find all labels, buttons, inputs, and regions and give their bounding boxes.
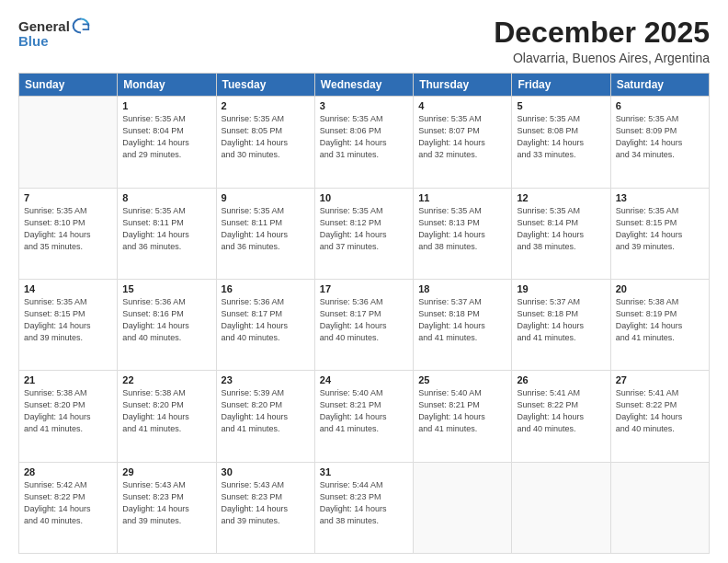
header: General Blue December 2025 Olavarria, Bu… [18,17,710,65]
day-info: Sunrise: 5:35 AM Sunset: 8:05 PM Dayligh… [222,113,310,161]
day-header-monday: Monday [118,74,216,97]
day-number: 12 [517,192,605,203]
calendar-cell: 24Sunrise: 5:40 AM Sunset: 8:21 PM Dayli… [314,371,413,462]
day-number: 3 [320,100,408,111]
calendar-cell: 29Sunrise: 5:43 AM Sunset: 8:23 PM Dayli… [118,462,216,553]
title-block: December 2025 Olavarria, Buenos Aires, A… [494,17,710,65]
calendar-cell: 3Sunrise: 5:35 AM Sunset: 8:06 PM Daylig… [314,97,413,188]
calendar-cell: 17Sunrise: 5:36 AM Sunset: 8:17 PM Dayli… [314,279,413,370]
day-info: Sunrise: 5:43 AM Sunset: 8:23 PM Dayligh… [222,479,310,527]
page-subtitle: Olavarria, Buenos Aires, Argentina [494,51,710,65]
day-number: 16 [222,283,310,294]
day-number: 5 [517,100,605,111]
week-row-4: 21Sunrise: 5:38 AM Sunset: 8:20 PM Dayli… [19,371,710,462]
day-info: Sunrise: 5:35 AM Sunset: 8:14 PM Dayligh… [517,205,605,253]
calendar-cell [512,462,610,553]
day-number: 6 [616,100,704,111]
page-title: December 2025 [494,17,710,49]
day-number: 27 [616,374,704,385]
day-number: 25 [418,374,506,385]
day-number: 26 [517,374,605,385]
calendar-cell [610,462,709,553]
day-info: Sunrise: 5:37 AM Sunset: 8:18 PM Dayligh… [517,296,605,344]
logo-icon [72,17,90,35]
calendar-cell: 7Sunrise: 5:35 AM Sunset: 8:10 PM Daylig… [19,188,118,279]
day-info: Sunrise: 5:41 AM Sunset: 8:22 PM Dayligh… [616,387,704,435]
day-info: Sunrise: 5:35 AM Sunset: 8:07 PM Dayligh… [418,113,506,161]
day-info: Sunrise: 5:40 AM Sunset: 8:21 PM Dayligh… [418,387,506,435]
calendar-cell: 10Sunrise: 5:35 AM Sunset: 8:12 PM Dayli… [314,188,413,279]
calendar-cell: 14Sunrise: 5:35 AM Sunset: 8:15 PM Dayli… [19,279,118,370]
day-info: Sunrise: 5:36 AM Sunset: 8:17 PM Dayligh… [222,296,310,344]
week-row-1: 1Sunrise: 5:35 AM Sunset: 8:04 PM Daylig… [19,97,710,188]
day-header-tuesday: Tuesday [216,74,314,97]
calendar-cell: 20Sunrise: 5:38 AM Sunset: 8:19 PM Dayli… [610,279,709,370]
day-number: 17 [320,283,408,294]
week-row-5: 28Sunrise: 5:42 AM Sunset: 8:22 PM Dayli… [19,462,710,553]
day-header-sunday: Sunday [19,74,118,97]
day-number: 31 [320,466,408,477]
calendar-cell: 21Sunrise: 5:38 AM Sunset: 8:20 PM Dayli… [19,371,118,462]
calendar-table: SundayMondayTuesdayWednesdayThursdayFrid… [18,73,710,554]
day-header-thursday: Thursday [414,74,512,97]
calendar-cell: 22Sunrise: 5:38 AM Sunset: 8:20 PM Dayli… [118,371,216,462]
day-number: 20 [616,283,704,294]
day-number: 30 [222,466,310,477]
calendar-cell: 28Sunrise: 5:42 AM Sunset: 8:22 PM Dayli… [19,462,118,553]
day-info: Sunrise: 5:35 AM Sunset: 8:09 PM Dayligh… [616,113,704,161]
day-info: Sunrise: 5:35 AM Sunset: 8:15 PM Dayligh… [24,296,112,344]
day-info: Sunrise: 5:35 AM Sunset: 8:12 PM Dayligh… [320,205,408,253]
day-info: Sunrise: 5:35 AM Sunset: 8:06 PM Dayligh… [320,113,408,161]
day-info: Sunrise: 5:36 AM Sunset: 8:16 PM Dayligh… [122,296,210,344]
day-header-wednesday: Wednesday [314,74,413,97]
page: General Blue December 2025 Olavarria, Bu… [0,0,728,563]
day-info: Sunrise: 5:38 AM Sunset: 8:19 PM Dayligh… [616,296,704,344]
calendar-cell [19,97,118,188]
day-number: 4 [418,100,506,111]
day-number: 7 [24,192,112,203]
logo-blue: Blue [18,33,49,49]
day-header-friday: Friday [512,74,610,97]
day-info: Sunrise: 5:35 AM Sunset: 8:08 PM Dayligh… [517,113,605,161]
calendar-cell: 26Sunrise: 5:41 AM Sunset: 8:22 PM Dayli… [512,371,610,462]
day-info: Sunrise: 5:35 AM Sunset: 8:11 PM Dayligh… [122,205,210,253]
calendar-cell: 25Sunrise: 5:40 AM Sunset: 8:21 PM Dayli… [414,371,512,462]
logo: General Blue [18,17,90,49]
day-number: 1 [122,100,210,111]
calendar-cell: 1Sunrise: 5:35 AM Sunset: 8:04 PM Daylig… [118,97,216,188]
day-info: Sunrise: 5:36 AM Sunset: 8:17 PM Dayligh… [320,296,408,344]
day-info: Sunrise: 5:35 AM Sunset: 8:15 PM Dayligh… [616,205,704,253]
calendar-cell: 13Sunrise: 5:35 AM Sunset: 8:15 PM Dayli… [610,188,709,279]
calendar-cell: 27Sunrise: 5:41 AM Sunset: 8:22 PM Dayli… [610,371,709,462]
calendar-cell [414,462,512,553]
day-info: Sunrise: 5:39 AM Sunset: 8:20 PM Dayligh… [222,387,310,435]
week-row-3: 14Sunrise: 5:35 AM Sunset: 8:15 PM Dayli… [19,279,710,370]
calendar-cell: 6Sunrise: 5:35 AM Sunset: 8:09 PM Daylig… [610,97,709,188]
day-number: 2 [222,100,310,111]
day-header-saturday: Saturday [610,74,709,97]
calendar-cell: 8Sunrise: 5:35 AM Sunset: 8:11 PM Daylig… [118,188,216,279]
day-info: Sunrise: 5:42 AM Sunset: 8:22 PM Dayligh… [24,479,112,527]
day-info: Sunrise: 5:38 AM Sunset: 8:20 PM Dayligh… [122,387,210,435]
calendar-cell: 19Sunrise: 5:37 AM Sunset: 8:18 PM Dayli… [512,279,610,370]
calendar-cell: 5Sunrise: 5:35 AM Sunset: 8:08 PM Daylig… [512,97,610,188]
day-info: Sunrise: 5:40 AM Sunset: 8:21 PM Dayligh… [320,387,408,435]
day-number: 18 [418,283,506,294]
day-info: Sunrise: 5:44 AM Sunset: 8:23 PM Dayligh… [320,479,408,527]
calendar-cell: 31Sunrise: 5:44 AM Sunset: 8:23 PM Dayli… [314,462,413,553]
day-number: 11 [418,192,506,203]
calendar-cell: 15Sunrise: 5:36 AM Sunset: 8:16 PM Dayli… [118,279,216,370]
day-number: 24 [320,374,408,385]
calendar-cell: 4Sunrise: 5:35 AM Sunset: 8:07 PM Daylig… [414,97,512,188]
calendar-cell: 11Sunrise: 5:35 AM Sunset: 8:13 PM Dayli… [414,188,512,279]
calendar-cell: 30Sunrise: 5:43 AM Sunset: 8:23 PM Dayli… [216,462,314,553]
day-info: Sunrise: 5:35 AM Sunset: 8:11 PM Dayligh… [222,205,310,253]
calendar-cell: 16Sunrise: 5:36 AM Sunset: 8:17 PM Dayli… [216,279,314,370]
day-info: Sunrise: 5:35 AM Sunset: 8:04 PM Dayligh… [122,113,210,161]
logo-general: General [18,18,70,34]
calendar-cell: 12Sunrise: 5:35 AM Sunset: 8:14 PM Dayli… [512,188,610,279]
day-number: 13 [616,192,704,203]
day-number: 21 [24,374,112,385]
day-number: 14 [24,283,112,294]
day-info: Sunrise: 5:37 AM Sunset: 8:18 PM Dayligh… [418,296,506,344]
